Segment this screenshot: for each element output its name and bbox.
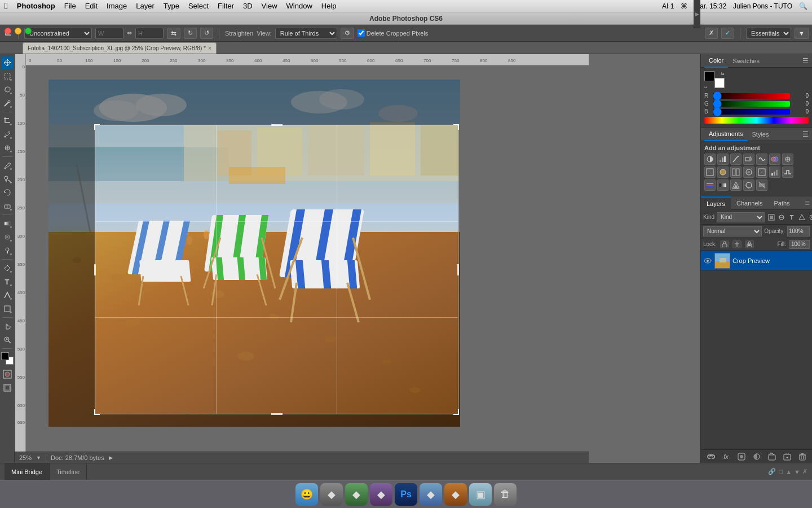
fill-input[interactable]: [789, 240, 810, 249]
healing-tool[interactable]: ▼: [1, 142, 14, 154]
invert-adj[interactable]: [756, 167, 767, 178]
lock-position-icon[interactable]: [732, 240, 742, 248]
spectrum-bar[interactable]: [704, 117, 809, 124]
bottom-panel-arrange-icon[interactable]: ◻: [778, 468, 783, 475]
color-balance-adj[interactable]: [782, 154, 793, 165]
maximize-button[interactable]: [25, 28, 32, 34]
color-lookup-adj[interactable]: [743, 167, 754, 178]
close-button[interactable]: [5, 28, 11, 34]
crop-settings-button[interactable]: ⚙: [341, 28, 354, 39]
eraser-tool[interactable]: ▼: [1, 200, 14, 212]
menu-edit[interactable]: Edit: [85, 2, 98, 10]
dock-unknown-1[interactable]: ◆: [320, 483, 343, 506]
menu-view[interactable]: View: [262, 2, 277, 10]
reset-colors-icon[interactable]: ␣: [704, 83, 707, 88]
background-color-box[interactable]: [714, 78, 725, 88]
opacity-input[interactable]: [787, 226, 810, 237]
lock-all-icon[interactable]: [745, 240, 754, 248]
layer-group-icon[interactable]: [767, 452, 777, 462]
menu-image[interactable]: Image: [107, 2, 127, 10]
smart-filter-icon[interactable]: [807, 213, 812, 222]
gradient-tool[interactable]: ▼: [1, 217, 14, 230]
gradient-map-adj[interactable]: [717, 179, 729, 191]
pixel-filter-icon[interactable]: [767, 213, 776, 222]
view-select[interactable]: Rule of Thirds Grid Diagonal None: [275, 28, 337, 39]
menu-photoshop[interactable]: Photoshop: [17, 2, 55, 10]
swap-colors-icon[interactable]: ⇆: [721, 71, 725, 76]
bottom-panel-collapse-icon[interactable]: ▼: [794, 468, 800, 475]
adj-panel-menu[interactable]: ☰: [802, 130, 809, 138]
layers-panel-menu[interactable]: ☰: [805, 200, 810, 206]
bottom-panel-link-icon[interactable]: 🔗: [768, 468, 776, 475]
eyedropper-tool[interactable]: ▼: [1, 128, 14, 141]
undo-rotate-button[interactable]: ↺: [200, 28, 213, 39]
cancel-crop-button[interactable]: ✗: [705, 28, 718, 39]
exposure-adj[interactable]: [743, 154, 754, 165]
adjustments-tab[interactable]: Adjustments: [704, 128, 748, 141]
add-mask-icon[interactable]: [736, 452, 747, 462]
threshold-adj[interactable]: [782, 167, 793, 178]
ratio-select[interactable]: Unconstrained Original Ratio 1:1: [24, 28, 92, 39]
dock-unknown-2[interactable]: ◆: [345, 483, 368, 506]
crop-tool[interactable]: ▼: [1, 115, 14, 127]
height-input[interactable]: [135, 28, 164, 39]
blur-tool[interactable]: ▼: [1, 231, 14, 243]
swap-dimensions-button[interactable]: ⇆: [167, 28, 180, 39]
menu-layer[interactable]: Layer: [136, 2, 155, 10]
channels-tab[interactable]: Channels: [731, 196, 768, 210]
adjustment-filter-icon[interactable]: [777, 213, 786, 222]
dock-unknown-3[interactable]: ◆: [370, 483, 392, 506]
workspace-menu-button[interactable]: ▼: [795, 28, 809, 39]
curves-adj[interactable]: [730, 154, 742, 165]
swatches-tab[interactable]: Swatches: [728, 54, 764, 68]
timeline-tab[interactable]: Timeline: [50, 463, 87, 480]
delete-layer-icon[interactable]: [797, 452, 807, 462]
new-layer-icon[interactable]: [782, 452, 792, 462]
dock-unknown-4[interactable]: ◆: [420, 483, 442, 506]
dodge-tool[interactable]: ▼: [1, 244, 14, 257]
hue-sat-adj[interactable]: [769, 154, 780, 165]
shape-tool[interactable]: ▼: [1, 303, 14, 315]
color-panel-menu[interactable]: ☰: [802, 57, 809, 65]
zoom-flyout[interactable]: ▼: [36, 455, 41, 461]
desaturate-adj[interactable]: [756, 179, 767, 191]
apple-menu[interactable]: : [5, 1, 8, 11]
styles-tab[interactable]: Styles: [748, 128, 774, 141]
b-slider[interactable]: [713, 109, 790, 115]
layer-fx-icon[interactable]: fx: [721, 452, 731, 462]
workspace-select[interactable]: Essentials: [746, 28, 791, 39]
foreground-color-swatch[interactable]: [1, 352, 9, 360]
lock-pixels-icon[interactable]: [720, 240, 729, 248]
levels-adj[interactable]: [717, 154, 729, 165]
blend-mode-select[interactable]: Normal Dissolve Multiply Screen Overlay: [703, 226, 762, 237]
history-brush-tool[interactable]: [1, 186, 14, 199]
rotate-button[interactable]: ↻: [184, 28, 197, 39]
move-tool[interactable]: [1, 56, 14, 69]
dock-photoshop[interactable]: Ps: [395, 483, 417, 506]
menu-filter[interactable]: Filter: [218, 2, 234, 10]
vibrance-adj[interactable]: [756, 154, 767, 165]
bottom-panel-close-icon[interactable]: ✗: [802, 468, 807, 475]
layer-item-crop-preview[interactable]: Crop Preview: [701, 251, 812, 271]
lasso-tool[interactable]: ▼: [1, 84, 14, 96]
menu-type[interactable]: Type: [164, 2, 179, 10]
color-tab[interactable]: Color: [704, 54, 728, 68]
quick-mask-tool[interactable]: [1, 368, 14, 380]
canvas-area[interactable]: 0 50 100 150 200 250 300 350 400 450 500…: [15, 54, 700, 463]
close-doc-button[interactable]: ×: [208, 45, 211, 51]
brush-tool[interactable]: ▼: [1, 159, 14, 172]
path-selection-tool[interactable]: ▼: [1, 289, 14, 301]
r-slider[interactable]: [713, 93, 790, 99]
kind-filter-select[interactable]: Kind Pixel Adjustment Type Shape Smart O…: [717, 212, 765, 222]
adjustment-layer-icon[interactable]: [752, 452, 762, 462]
paths-tab[interactable]: Paths: [769, 196, 796, 210]
pen-tool[interactable]: ▼: [1, 262, 14, 274]
type-tool[interactable]: T ▼: [1, 275, 14, 288]
document-tab[interactable]: Fotolia_1402100_Subscription_XL.jpg @ 25…: [23, 42, 217, 54]
zoom-tool[interactable]: [1, 334, 14, 346]
screen-mode-tool[interactable]: [1, 382, 14, 394]
menu-select[interactable]: Select: [188, 2, 209, 10]
dock-trash[interactable]: 🗑: [494, 483, 517, 506]
posterize-adj[interactable]: [769, 167, 780, 178]
shadows-highlights-adj[interactable]: [730, 179, 742, 191]
